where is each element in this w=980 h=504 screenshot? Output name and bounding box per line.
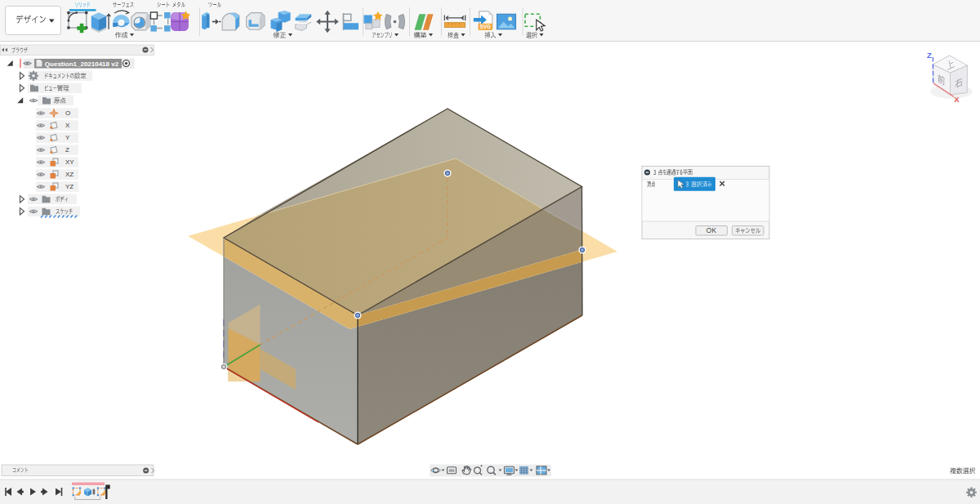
svg-text:OK: OK (706, 226, 717, 234)
svg-text:X: X (65, 122, 70, 129)
svg-text:XY: XY (65, 158, 74, 166)
svg-text:XZ: XZ (65, 171, 74, 178)
svg-text:YZ: YZ (65, 183, 74, 190)
svg-text:Z: Z (65, 146, 69, 154)
svg-text:O: O (65, 109, 70, 117)
svg-text:Y: Y (65, 134, 70, 141)
svg-text:Z: Z (927, 51, 932, 60)
svg-text:X: X (954, 95, 960, 104)
svg-text:SVG: SVG (480, 24, 491, 29)
svg-text:Question1_20210418 v2: Question1_20210418 v2 (45, 60, 119, 68)
